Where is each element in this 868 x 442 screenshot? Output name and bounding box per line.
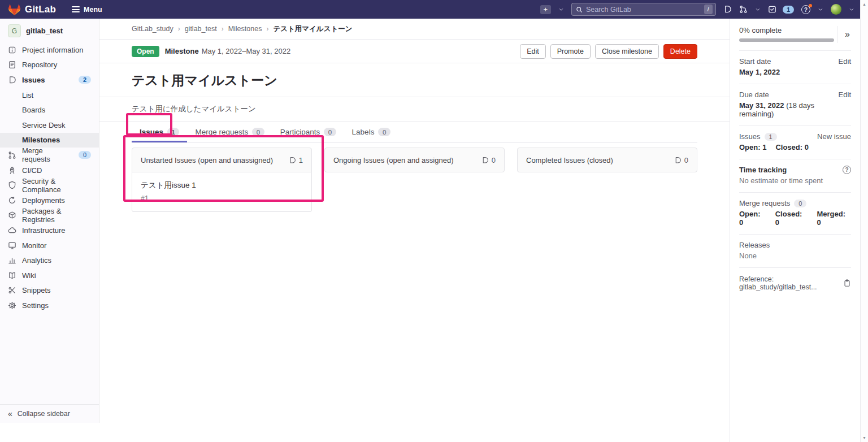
sidebar-item-monitor[interactable]: Monitor <box>0 238 99 253</box>
merge-requests-chevron-down-icon[interactable] <box>755 7 761 12</box>
issues-icon <box>481 157 489 164</box>
gitlab-logo[interactable]: GitLab <box>8 3 56 16</box>
collapse-left-icon: « <box>8 409 12 418</box>
sidebar-item-milestones[interactable]: Milestones <box>0 133 99 148</box>
breadcrumb-current: テスト用マイルストーン <box>273 24 352 34</box>
promote-button[interactable]: Promote <box>550 44 591 59</box>
issues-icon <box>674 157 682 164</box>
cloud-icon <box>8 226 16 235</box>
issue-card[interactable]: テスト用issue 1 #1 <box>132 172 312 212</box>
board-column-header: Unstarted Issues (open and unassigned) 1 <box>132 148 312 172</box>
menu-label: Menu <box>84 6 102 14</box>
sidebar-item-project-information[interactable]: Project information <box>0 42 99 58</box>
edit-button[interactable]: Edit <box>520 44 546 59</box>
user-menu-chevron-down-icon[interactable] <box>849 7 854 12</box>
collapse-right-sidebar-button[interactable]: » <box>837 26 851 43</box>
info-square-icon <box>8 46 16 54</box>
sidebar-item-repository[interactable]: Repository <box>0 58 99 73</box>
search-icon <box>576 6 583 13</box>
issues-count-pill: 1 <box>765 133 777 141</box>
sidebar-item-cicd[interactable]: CI/CD <box>0 163 99 178</box>
milestone-header: Open Milestone May 1, 2022–May 31, 2022 … <box>99 40 730 63</box>
scissors-icon <box>8 286 16 294</box>
breadcrumb-milestones[interactable]: Milestones <box>228 25 262 33</box>
milestone-type-label: Milestone <box>165 47 199 55</box>
time-tracking-value: No estimate or time spent <box>739 176 851 185</box>
status-badge: Open <box>132 46 159 57</box>
notification-dot <box>809 4 812 7</box>
todos-icon[interactable] <box>768 5 776 14</box>
user-avatar[interactable] <box>831 4 841 15</box>
delete-button[interactable]: Delete <box>663 44 697 59</box>
chart-icon <box>8 256 16 265</box>
logo-text: GitLab <box>25 4 56 15</box>
issues-open-count: Open: 1 <box>739 143 766 151</box>
tab-issues[interactable]: Issues 1 <box>132 122 187 142</box>
board-column-completed: Completed Issues (closed) 0 <box>517 148 697 212</box>
milestone-description: テスト用に作成したマイルストーン <box>132 104 697 114</box>
milestone-date-range: May 1, 2022–May 31, 2022 <box>202 47 291 55</box>
sidebar-item-analytics[interactable]: Analytics <box>0 253 99 268</box>
issues-closed-count: Closed: 0 <box>775 143 809 151</box>
column-count: 0 <box>684 156 688 164</box>
left-sidebar: G gitlab_test Project information Reposi… <box>0 19 99 423</box>
scroll-down-icon[interactable]: ▼ <box>862 436 866 440</box>
sidebar-item-packages-registries[interactable]: Packages & Registries <box>0 208 99 223</box>
sidebar-item-merge-requests[interactable]: Merge requests 0 <box>0 148 99 163</box>
sidebar-item-issues[interactable]: Issues 2 <box>0 72 99 88</box>
sidebar-item-wiki[interactable]: Wiki <box>0 268 99 283</box>
time-tracking-help-icon[interactable]: ? <box>843 166 851 174</box>
tab-labels[interactable]: Labels 0 <box>344 122 398 142</box>
issues-nav-icon[interactable] <box>723 5 732 14</box>
scroll-up-icon[interactable]: ▲ <box>862 2 866 6</box>
refresh-icon <box>8 196 16 205</box>
start-date-block: Start date Edit May 1, 2022 <box>739 51 851 84</box>
issue-title[interactable]: テスト用issue 1 <box>141 180 303 190</box>
start-date-edit-link[interactable]: Edit <box>839 57 851 66</box>
issues-count-badge: 2 <box>79 76 91 84</box>
project-name: gitlab_test <box>26 27 63 35</box>
search-input[interactable] <box>586 6 701 14</box>
mr-open-count: Open: 0 <box>739 210 766 227</box>
issues-icon <box>289 157 296 164</box>
tab-labels-count: 0 <box>378 128 390 136</box>
tab-merge-requests[interactable]: Merge requests 0 <box>187 122 272 142</box>
releases-value: None <box>739 252 851 260</box>
merge-requests-nav-icon[interactable] <box>739 5 748 14</box>
releases-block: Releases None <box>739 235 851 268</box>
browser-scrollbar[interactable]: ▲ ▼ <box>860 0 868 442</box>
gear-icon <box>8 301 16 310</box>
new-issue-link[interactable]: New issue <box>817 132 851 141</box>
project-avatar: G <box>8 24 21 37</box>
close-milestone-button[interactable]: Close milestone <box>595 44 659 59</box>
help-icon[interactable]: ? <box>801 5 810 14</box>
column-count: 1 <box>299 156 303 164</box>
progress-bar <box>739 38 834 42</box>
sidebar-item-snippets[interactable]: Snippets <box>0 283 99 298</box>
book-icon <box>8 271 16 280</box>
menu-button[interactable]: Menu <box>72 5 102 14</box>
board-column-unstarted: Unstarted Issues (open and unassigned) 1… <box>132 148 312 212</box>
breadcrumb-project[interactable]: gitlab_test <box>185 25 217 33</box>
help-chevron-down-icon[interactable] <box>818 7 823 12</box>
tab-participants[interactable]: Participants 0 <box>272 122 344 142</box>
board-column-header: Ongoing Issues (open and assigned) 0 <box>324 148 505 172</box>
copy-reference-icon[interactable] <box>843 279 851 287</box>
search-shortcut-key: / <box>704 5 713 14</box>
due-date-value: May 31, 2022 (18 days remaining) <box>739 101 851 118</box>
sidebar-item-infrastructure[interactable]: Infrastructure <box>0 223 99 238</box>
search-box[interactable]: / <box>571 3 716 16</box>
issues-icon <box>8 76 16 84</box>
breadcrumb-group[interactable]: GitLab_study <box>132 25 173 33</box>
project-switcher[interactable]: G gitlab_test <box>0 19 99 42</box>
sidebar-item-settings[interactable]: Settings <box>0 298 99 313</box>
sidebar-item-deployments[interactable]: Deployments <box>0 193 99 208</box>
collapse-sidebar-button[interactable]: « Collapse sidebar <box>0 404 99 423</box>
sidebar-item-list[interactable]: List <box>0 88 99 103</box>
sidebar-item-service-desk[interactable]: Service Desk <box>0 118 99 133</box>
due-date-edit-link[interactable]: Edit <box>839 90 851 99</box>
sidebar-item-boards[interactable]: Boards <box>0 102 99 118</box>
new-item-plus-icon[interactable]: + <box>540 5 551 14</box>
sidebar-item-security-compliance[interactable]: Security & Compliance <box>0 177 99 193</box>
new-item-chevron-down-icon[interactable] <box>558 7 564 12</box>
